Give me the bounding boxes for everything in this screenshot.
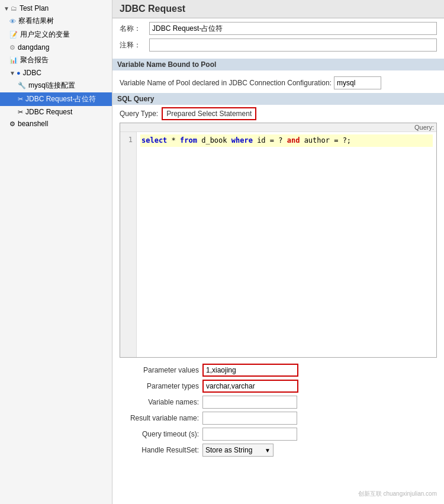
handle-resultset-dropdown-icon: ▼ [265,447,271,454]
comment-input[interactable] [149,38,437,52]
variable-names-input[interactable] [202,396,297,409]
jdbc-icon: ● [17,69,21,76]
watermark: 创新互联 chuangxinjulian.com [356,489,439,499]
result-var-row: Result variable name: [120,412,437,425]
name-row: 名称： [120,22,437,35]
sidebar-label-test-plan: Test Plan [20,4,49,12]
sidebar-item-mysql-config[interactable]: 🔧 mysql连接配置 [0,79,112,92]
jdbc-request-placeholder-icon: ✂ [18,95,23,103]
view-results-icon: 👁 [9,18,16,25]
sql-keyword-from: from [180,136,197,145]
mysql-config-icon: 🔧 [18,82,26,89]
beanshell-icon: ⚙ [9,120,15,128]
query-code-area[interactable]: select * from d_book where id = ? and au… [137,132,436,357]
sidebar-label-beanshell: beanshell [18,120,48,128]
query-editor: 1 select * from d_book where id = ? and … [120,132,436,357]
param-values-row: Parameter values [120,364,437,377]
param-types-label: Parameter types [120,382,202,390]
sidebar-label-report: 聚合报告 [20,55,49,65]
sidebar-label-jdbc-request: JDBC Request [25,108,72,116]
sql-keyword-where: where [231,136,253,145]
sidebar: ▼ 🗂 Test Plan 👁 察看结果树 📝 用户定义的变量 ⚙ dangda… [0,0,112,504]
query-label-row: Query: [120,123,436,132]
query-type-label: Query Type: [120,110,158,118]
sidebar-item-beanshell[interactable]: ⚙ beanshell [0,118,112,130]
sidebar-label-jdbc: JDBC [23,69,41,77]
query-timeout-row: Query timeout (s): [120,428,437,441]
sidebar-label-jdbc-request-placeholder: JDBC Request-占位符 [25,94,96,104]
query-type-row: Query Type: Prepared Select Statement [120,107,437,120]
sidebar-item-jdbc[interactable]: ▼ ● JDBC [0,67,112,79]
user-vars-icon: 📝 [9,31,18,38]
sql-keyword-and: and [287,136,300,145]
sidebar-label-user-vars: 用户定义的变量 [20,30,70,40]
handle-resultset-row: Handle ResultSet: Store as String ▼ [120,444,437,457]
jdbc-request-icon: ✂ [18,108,23,116]
page-title: JDBC Request [112,0,444,18]
main-content: JDBC Request 名称： 注释： Variable Name Bound… [112,0,444,504]
sidebar-item-dangdang[interactable]: ⚙ dangdang [0,41,112,53]
sidebar-label-dangdang: dangdang [18,43,49,52]
sidebar-item-test-plan[interactable]: ▼ 🗂 Test Plan [0,2,112,14]
dangdang-icon: ⚙ [9,44,15,52]
param-types-row: Parameter types [120,380,437,393]
comment-row: 注释： [120,38,437,52]
query-type-value[interactable]: Prepared Select Statement [162,107,256,120]
pool-input[interactable] [334,76,381,89]
report-icon: 📊 [9,56,18,64]
sql-line-1: select * from d_book where id = ? and au… [140,134,433,147]
sidebar-item-user-vars[interactable]: 📝 用户定义的变量 [0,28,112,41]
param-values-input[interactable] [202,364,298,377]
sql-section-header: SQL Query [112,93,444,105]
sidebar-label-view-results: 察看结果树 [18,16,54,26]
name-input[interactable] [149,22,437,35]
test-plan-icon: 🗂 [11,5,17,12]
expand-icon-jdbc: ▼ [9,70,15,76]
sidebar-item-report[interactable]: 📊 聚合报告 [0,53,112,67]
variable-names-row: Variable names: [120,396,437,409]
line-numbers: 1 [120,132,137,357]
pool-section: Variable Name of Pool declared in JDBC C… [112,73,444,93]
sidebar-item-jdbc-request-placeholder[interactable]: ✂ JDBC Request-占位符 [0,92,112,106]
name-label: 名称： [120,24,149,34]
pool-label: Variable Name of Pool declared in JDBC C… [120,79,332,87]
line-number-1: 1 [124,134,133,146]
sidebar-item-jdbc-request[interactable]: ✂ JDBC Request [0,106,112,118]
query-timeout-label: Query timeout (s): [120,430,202,438]
handle-resultset-label: Handle ResultSet: [120,446,202,454]
sidebar-item-view-results[interactable]: 👁 察看结果树 [0,14,112,28]
sql-keyword-select: select [141,136,167,145]
result-var-label: Result variable name: [120,414,202,422]
pool-section-header: Variable Name Bound to Pool [112,59,444,70]
handle-resultset-value[interactable]: Store as String ▼ [202,444,274,457]
expand-icon-test-plan: ▼ [4,5,9,12]
param-values-label: Parameter values [120,366,202,374]
variable-names-label: Variable names: [120,398,202,406]
param-section: Parameter values Parameter types Variabl… [112,361,444,462]
result-var-input[interactable] [202,412,297,425]
query-area-wrapper: Query: 1 select * from d_book where id =… [120,123,437,358]
query-header-label: Query: [414,124,434,131]
sidebar-label-mysql-config: mysql连接配置 [28,81,75,91]
sql-query-section: Query Type: Prepared Select Statement Qu… [112,107,444,361]
comment-label: 注释： [120,40,149,50]
param-types-input[interactable] [202,380,298,393]
query-timeout-input[interactable] [202,428,297,441]
name-section: 名称： 注释： [112,18,444,59]
